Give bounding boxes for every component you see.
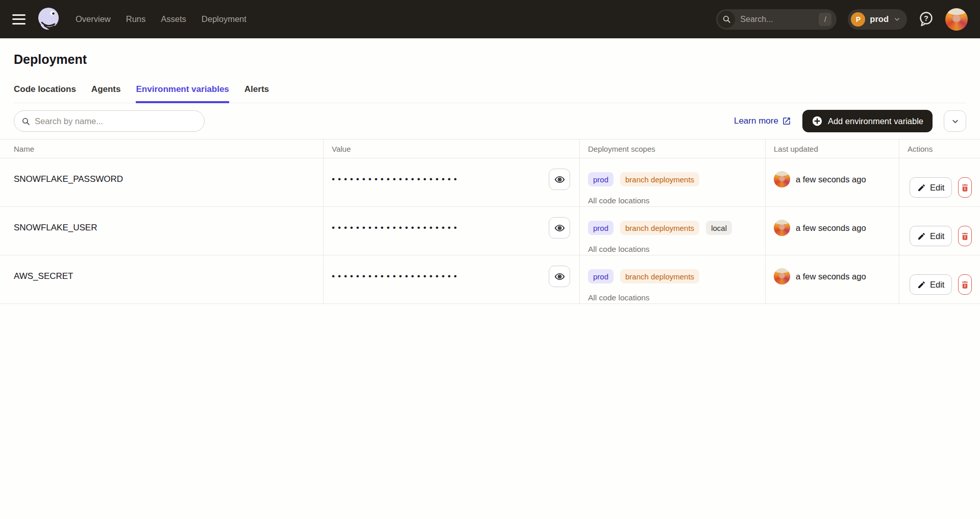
menu-icon[interactable]	[12, 14, 26, 25]
tab-code-locations[interactable]: Code locations	[14, 84, 76, 103]
env-var-name: SNOWFLAKE_PASSWORD	[14, 174, 123, 184]
global-search-input[interactable]: Search... /	[716, 9, 837, 30]
deployment-switcher-label: prod	[870, 14, 889, 24]
nav-item-assets[interactable]: Assets	[161, 14, 186, 24]
scope-tags: prodbranch deployments	[588, 266, 757, 287]
code-locations: All code locations	[588, 245, 757, 254]
deployment-badge: P	[851, 12, 865, 27]
plus-circle-icon	[812, 115, 823, 127]
masked-value: •••••••••••••••••••••	[332, 223, 460, 233]
top-nav-bar: Overview Runs Assets Deployment Search..…	[0, 0, 980, 38]
last-updated-text: a few seconds ago	[796, 223, 866, 233]
updated-by-avatar	[774, 220, 790, 236]
updated-by-avatar	[774, 171, 790, 187]
edit-button[interactable]: Edit	[910, 274, 952, 295]
deployment-switcher[interactable]: P prod	[848, 9, 907, 30]
learn-more-label: Learn more	[734, 116, 778, 126]
search-by-name-input[interactable]: Search by name...	[14, 110, 205, 132]
scope-tag-prod: prod	[588, 221, 614, 235]
delete-button[interactable]	[958, 226, 972, 246]
scope-tag-prod: prod	[588, 172, 614, 186]
scope-tag-branch: branch deployments	[620, 269, 699, 284]
masked-value: •••••••••••••••••••••	[332, 174, 460, 184]
add-environment-variable-button[interactable]: Add environment variable	[802, 110, 933, 132]
edit-button-label: Edit	[930, 280, 944, 290]
pencil-icon	[917, 232, 926, 241]
deployment-tabs: Code locations Agents Environment variab…	[14, 84, 966, 103]
table-header-row: Name Value Deployment scopes Last update…	[0, 139, 980, 158]
scope-tags: prodbranch deploymentslocal	[588, 217, 757, 239]
user-avatar[interactable]	[945, 8, 968, 31]
tab-environment-variables[interactable]: Environment variables	[136, 84, 229, 103]
edit-button-label: Edit	[930, 231, 944, 241]
svg-text:?: ?	[924, 14, 928, 22]
column-header-deployment-scopes: Deployment scopes	[579, 139, 765, 158]
scope-tag-branch: branch deployments	[620, 221, 699, 235]
table-row: SNOWFLAKE_PASSWORD •••••••••••••••••••••…	[0, 158, 980, 207]
search-shortcut-key: /	[819, 13, 831, 26]
column-header-value: Value	[323, 139, 579, 158]
eye-icon	[554, 174, 565, 185]
scope-tag-local: local	[706, 221, 732, 235]
page-title: Deployment	[14, 51, 966, 67]
edit-button-label: Edit	[930, 183, 944, 193]
scope-tags: prodbranch deployments	[588, 169, 757, 190]
updated-by-avatar	[774, 268, 790, 285]
table-row: AWS_SECRET ••••••••••••••••••••• prodbra…	[0, 255, 980, 304]
last-updated-text: a few seconds ago	[796, 175, 866, 184]
reveal-value-button[interactable]	[549, 169, 570, 190]
search-icon	[718, 11, 735, 28]
nav-item-runs[interactable]: Runs	[126, 14, 146, 24]
learn-more-link[interactable]: Learn more	[734, 116, 791, 126]
edit-button[interactable]: Edit	[910, 226, 952, 246]
more-options-button[interactable]	[944, 110, 966, 132]
dagster-logo-icon[interactable]	[36, 6, 61, 33]
pencil-icon	[917, 280, 926, 289]
tab-alerts[interactable]: Alerts	[244, 84, 269, 103]
table-row: SNOWFLAKE_USER ••••••••••••••••••••• pro…	[0, 207, 980, 255]
eye-icon	[554, 223, 565, 233]
search-icon	[21, 117, 30, 126]
search-by-name-placeholder: Search by name...	[35, 116, 103, 126]
env-var-name: SNOWFLAKE_USER	[14, 223, 97, 233]
code-locations: All code locations	[588, 196, 757, 205]
scope-tag-prod: prod	[588, 269, 614, 284]
edit-button[interactable]: Edit	[910, 177, 952, 198]
trash-icon	[960, 280, 970, 290]
nav-item-deployment[interactable]: Deployment	[202, 14, 247, 24]
add-environment-variable-label: Add environment variable	[828, 116, 923, 126]
global-search-placeholder: Search...	[740, 15, 819, 24]
table-body: SNOWFLAKE_PASSWORD •••••••••••••••••••••…	[0, 158, 980, 304]
last-updated-text: a few seconds ago	[796, 272, 866, 281]
eye-icon	[554, 271, 565, 282]
reveal-value-button[interactable]	[549, 266, 570, 287]
chevron-down-icon	[893, 15, 901, 23]
trash-icon	[960, 231, 970, 241]
nav-item-overview[interactable]: Overview	[76, 14, 111, 24]
reveal-value-button[interactable]	[549, 217, 570, 239]
chevron-down-icon	[951, 117, 960, 126]
environment-variables-table: Name Value Deployment scopes Last update…	[0, 139, 980, 304]
delete-button[interactable]	[958, 177, 972, 198]
tab-agents[interactable]: Agents	[91, 84, 121, 103]
trash-icon	[960, 183, 970, 193]
column-header-actions: Actions	[899, 139, 980, 158]
help-icon[interactable]: ?	[918, 11, 934, 28]
code-locations: All code locations	[588, 293, 757, 302]
env-var-name: AWS_SECRET	[14, 271, 74, 281]
column-header-name: Name	[0, 139, 323, 158]
scope-tag-branch: branch deployments	[620, 172, 699, 186]
masked-value: •••••••••••••••••••••	[332, 271, 460, 281]
pencil-icon	[917, 183, 926, 192]
primary-nav: Overview Runs Assets Deployment	[76, 14, 247, 24]
delete-button[interactable]	[958, 274, 972, 295]
column-header-last-updated: Last updated	[765, 139, 899, 158]
external-link-icon	[782, 116, 791, 126]
